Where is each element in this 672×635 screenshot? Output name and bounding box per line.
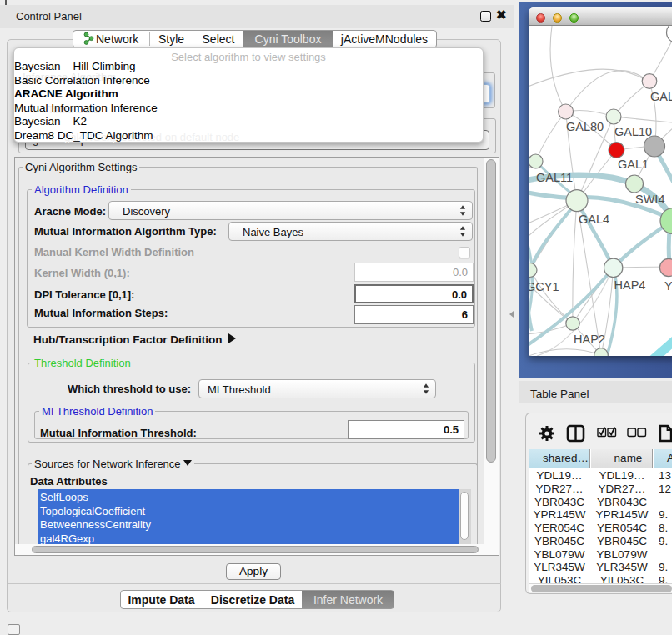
svg-text:GAL80: GAL80 [566, 120, 604, 133]
svg-text:GAL4: GAL4 [579, 212, 609, 226]
svg-text:HAP2: HAP2 [574, 332, 605, 346]
svg-text:GCY1: GCY1 [529, 280, 559, 293]
svg-text:GAL7: GAL7 [650, 90, 672, 103]
svg-text:GAL11: GAL11 [536, 171, 573, 184]
svg-text:Y: Y [664, 279, 672, 292]
svg-text:GAL10: GAL10 [614, 125, 652, 138]
svg-text:GAL1: GAL1 [618, 158, 649, 171]
svg-text:HAP4: HAP4 [614, 278, 646, 292]
svg-text:SWI4: SWI4 [635, 192, 664, 206]
